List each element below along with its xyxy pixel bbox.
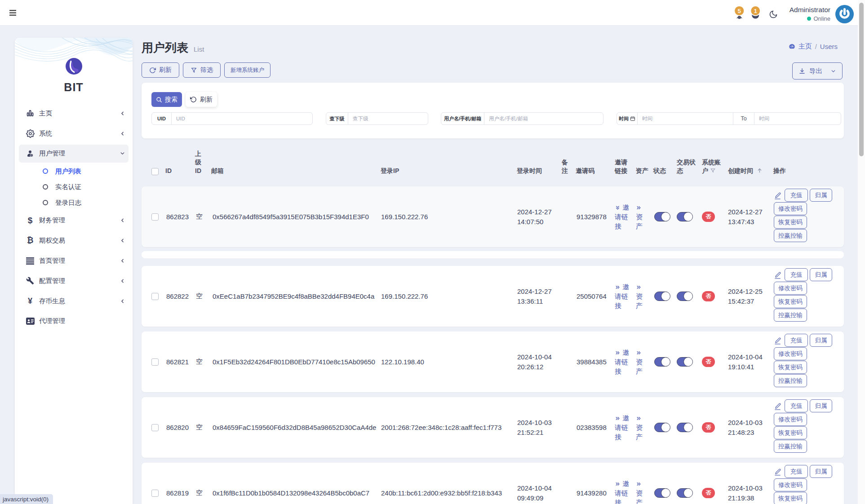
svg-text:5: 5	[737, 8, 741, 14]
svg-text:1: 1	[754, 8, 757, 14]
